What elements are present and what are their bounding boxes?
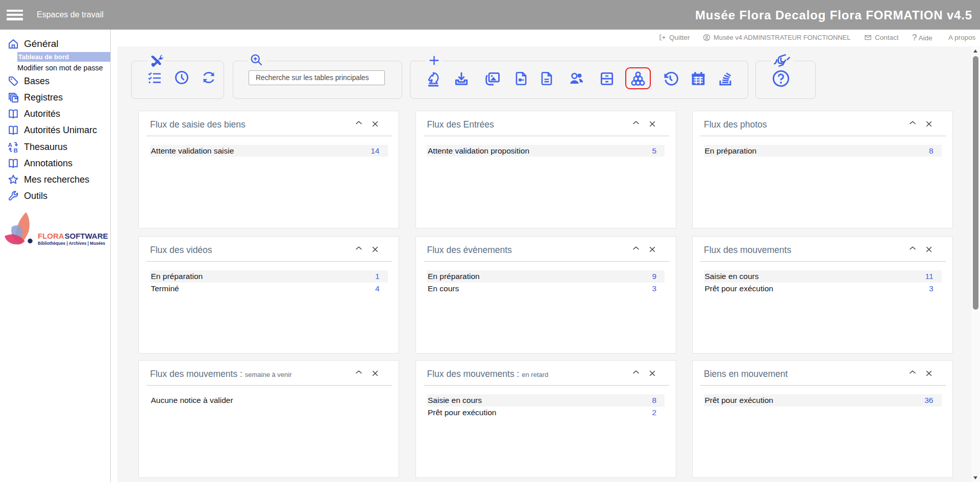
svg-text:Bibliothèques | Archives | Mus: Bibliothèques | Archives | Musées (38, 241, 106, 246)
svg-text:SOFTWARE: SOFTWARE (65, 232, 108, 240)
svg-text:FLORA: FLORA (38, 232, 64, 240)
